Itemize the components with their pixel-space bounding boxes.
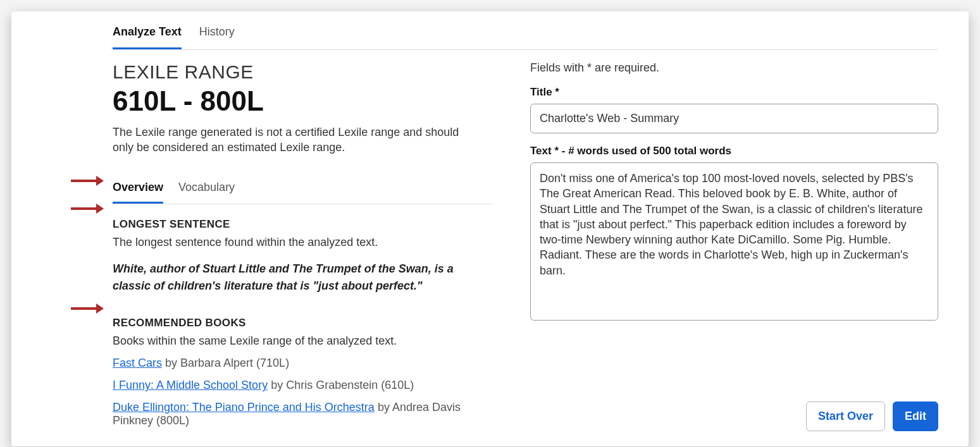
recommended-books-sub: Books within the same Lexile range of th… [113,334,492,348]
longest-sentence-heading: LONGEST SENTENCE [113,218,492,231]
book-link[interactable]: Fast Cars [113,357,162,369]
arrow-icon [71,302,104,315]
list-item: Fast Cars by Barbara Alpert (710L) [113,357,492,370]
text-label: Text * - # words used of 500 total words [530,145,938,157]
svg-marker-3 [96,204,104,214]
tab-vocabulary[interactable]: Vocabulary [178,175,235,204]
book-link[interactable]: Duke Ellington: The Piano Prince and His… [113,401,375,413]
recommended-books-heading: RECOMMENDED BOOKS [113,317,492,329]
top-tabs: Analyze Text History [113,11,938,50]
tab-history[interactable]: History [199,19,235,49]
form-column: Fields with * are required. Title * Text… [530,61,938,427]
book-link[interactable]: I Funny: A Middle School Story [113,379,268,391]
lexile-range-label: LEXILE RANGE [113,61,492,83]
lexile-range-value: 610L - 800L [113,85,492,117]
longest-sentence-sub: The longest sentence found within the an… [113,236,492,249]
sub-tabs: Overview Vocabulary [113,175,492,204]
lexile-range-note: The Lexile range generated is not a cert… [113,125,480,156]
svg-marker-1 [96,176,104,186]
title-label: Title * [530,86,938,99]
list-item: I Funny: A Middle School Story by Chris … [113,379,492,392]
title-input[interactable] [530,104,938,133]
arrow-icon [71,175,104,187]
book-meta: by Chris Grabenstein (610L) [268,379,414,391]
tab-overview[interactable]: Overview [113,175,163,204]
required-fields-note: Fields with * are required. [530,61,938,75]
svg-marker-5 [96,303,104,314]
analyzer-card: Analyze Text History LEXILE RANGE 610L -… [11,11,969,446]
list-item: Duke Ellington: The Piano Prince and His… [113,401,492,427]
arrow-icon [71,202,104,215]
longest-sentence-text: White, author of Stuart Little and The T… [113,260,480,296]
form-actions: Start Over Edit [806,401,938,431]
start-over-button[interactable]: Start Over [806,401,885,431]
book-meta: by Barbara Alpert (710L) [162,357,289,369]
text-textarea[interactable] [530,162,938,321]
edit-button[interactable]: Edit [893,401,938,431]
tab-analyze-text[interactable]: Analyze Text [113,19,182,49]
results-column: LEXILE RANGE 610L - 800L The Lexile rang… [113,61,492,427]
